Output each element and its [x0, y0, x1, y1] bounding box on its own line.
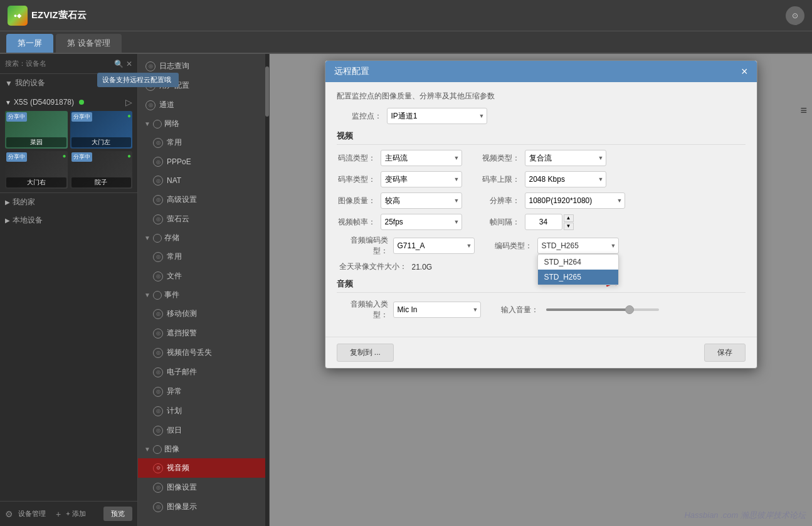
thumb-yuanzi[interactable]: 分享中 院子 ●	[70, 151, 133, 189]
device-header[interactable]: ▼ X5S (D54091878) ▷	[5, 95, 132, 110]
nav-item-image-settings[interactable]: ◎ 图像设置	[138, 478, 265, 497]
nav-icon-id: ◎	[153, 502, 163, 512]
fps-select-wrapper: 25fps ▼	[381, 214, 462, 230]
modal-close-button[interactable]: ×	[741, 66, 748, 77]
nav-item-motion[interactable]: ◎ 移动侦测	[138, 304, 265, 323]
spin-down-button[interactable]: ▼	[564, 223, 574, 230]
nav-icon-exc: ◎	[153, 387, 163, 397]
channel-select[interactable]: IP通道1	[387, 108, 487, 124]
modal-description: 配置监控点的图像质量、分辨率及其他压缩参数	[337, 91, 746, 102]
nav-item-email[interactable]: ◎ 电子邮件	[138, 362, 265, 382]
nav-icon-channel: ◎	[145, 100, 156, 110]
bitrate-type-select[interactable]: 变码率	[381, 171, 462, 187]
thumb-dazuomen-left[interactable]: 分享中 大门左 ●	[70, 111, 133, 149]
nav-item-nat[interactable]: ◎ NAT	[138, 171, 265, 190]
save-button[interactable]: 保存	[704, 344, 746, 362]
collapse-icon-event: ▼	[144, 292, 150, 298]
thumb-dazuomen-right[interactable]: 分享中 大门右 ●	[5, 151, 68, 189]
nav-icon-log: ◎	[145, 61, 156, 71]
dropdown-option-h264[interactable]: STD_H264	[538, 255, 618, 270]
search-clear-icon[interactable]: ✕	[126, 60, 132, 68]
volume-thumb[interactable]	[625, 305, 634, 314]
nav-item-network-common[interactable]: ◎ 常用	[138, 133, 265, 152]
dropdown-option-h265[interactable]: STD_H265	[538, 270, 618, 285]
tab-1[interactable]: 第一屏	[6, 34, 53, 53]
resolution-label: 分辨率：	[481, 196, 525, 206]
online-icon-1: ●	[127, 112, 131, 119]
thumb-label-caiyuan: 菜园	[6, 137, 66, 147]
nav-item-pppoe[interactable]: ◎ PPPoE	[138, 152, 265, 171]
nav-section-event[interactable]: ▼ 事件	[138, 286, 265, 304]
nav-item-plan[interactable]: ◎ 计划	[138, 401, 265, 421]
tab-2[interactable]: 第 设备管理	[56, 34, 122, 53]
thumb-caiyuan[interactable]: 分享中 菜园	[5, 111, 68, 149]
fps-select[interactable]: 25fps	[381, 214, 462, 230]
nav-item-holiday[interactable]: ◎ 假日	[138, 421, 265, 440]
image-quality-select[interactable]: 较高	[381, 192, 462, 209]
logo: ●◆ EZVIZ萤石云	[8, 6, 87, 26]
nav-item-cover[interactable]: ◎ 遮挡报警	[138, 323, 265, 343]
volume-fill	[546, 308, 628, 311]
tab-bar: 第一屏 第 设备管理	[0, 31, 812, 54]
nav-item-file[interactable]: ◎ 文件	[138, 266, 265, 286]
nav-section-network[interactable]: ▼ 网络	[138, 115, 265, 133]
audio-input-select-wrapper: Mic In ▼	[393, 302, 481, 318]
arrow-icon: ▼	[5, 79, 13, 88]
nav-item-video-audio[interactable]: ⚙ 视音频	[138, 458, 265, 478]
bitrate-limit-select-wrapper: 2048 Kbps ▼	[525, 171, 606, 187]
bitrate-limit-group: 码率上限： 2048 Kbps ▼	[481, 171, 606, 187]
search-icon[interactable]: 🔍	[114, 60, 124, 68]
stream-type-label: 码流类型：	[337, 153, 381, 164]
arrow-right-icon-2: ▶	[5, 217, 10, 224]
expand-icon[interactable]: ▷	[125, 97, 132, 107]
nav-item-image-display[interactable]: ◎ 图像显示	[138, 497, 265, 517]
bitrate-type-label: 码率类型：	[337, 174, 381, 185]
online-icon-2: ●	[62, 152, 66, 159]
fps-group: 视频帧率： 25fps ▼	[337, 214, 462, 230]
nav-item-storage-common[interactable]: ◎ 常用	[138, 247, 265, 266]
scrollbar-thumb[interactable]	[265, 66, 269, 117]
audio-input-type-label: 音频输入类型：	[337, 299, 393, 320]
nav-item-ezviz[interactable]: ◎ 萤石云	[138, 209, 265, 229]
nav-section-image[interactable]: ▼ 图像	[138, 440, 265, 458]
nav-icon-pppoe: ◎	[153, 157, 163, 167]
video-type-select[interactable]: 复合流	[525, 150, 606, 166]
search-placeholder: 搜索：设备名	[5, 59, 46, 68]
nav-item-channel[interactable]: ◎ 通道	[138, 95, 265, 115]
nav-item-exception[interactable]: ◎ 异常	[138, 382, 265, 401]
nav-icon-sc: ◎	[153, 252, 163, 262]
encode-type-select-display[interactable]: STD_H265 ▼	[537, 238, 619, 254]
nav-dot-storage	[153, 234, 162, 243]
nav-item-signal-loss[interactable]: ◎ 视频信号丢失	[138, 343, 265, 362]
thumb-label-dazuomen-left: 大门左	[71, 137, 132, 147]
frame-interval-input[interactable]	[525, 214, 562, 230]
online-indicator	[79, 100, 84, 105]
content-area: 远程配置 × 配置监控点的图像质量、分辨率及其他压缩参数 监控点： IP通道1 …	[270, 54, 812, 526]
preview-button[interactable]: 预览	[103, 507, 132, 521]
nav-item-advanced[interactable]: ◎ 高级设置	[138, 190, 265, 209]
thumb-label-dazuomen-right: 大门右	[6, 177, 66, 187]
modal-overlay: 远程配置 × 配置监控点的图像质量、分辨率及其他压缩参数 监控点： IP通道1 …	[270, 54, 812, 526]
spin-up-button[interactable]: ▲	[564, 214, 574, 222]
my-home-label: 我的家	[13, 197, 35, 208]
audio-codec-select[interactable]: G711_A	[393, 238, 475, 254]
encode-type-dropdown: STD_H264 STD_H265	[537, 254, 619, 285]
sidebar-section-my-home[interactable]: ▶ 我的家	[0, 192, 137, 211]
resolution-select[interactable]: 1080P(1920*1080)	[525, 192, 625, 209]
logo-text: EZVIZ萤石云	[31, 9, 87, 21]
audio-input-select[interactable]: Mic In	[393, 302, 481, 318]
input-volume-label: 输入音量：	[500, 305, 544, 315]
video-type-label: 视频类型：	[481, 153, 525, 164]
sidebar-section-local-devices[interactable]: ▶ 本地设备	[0, 211, 137, 229]
add-label[interactable]: + 添加	[66, 509, 85, 518]
copy-to-button[interactable]: 复制到 ...	[337, 344, 394, 362]
bitrate-limit-select[interactable]: 2048 Kbps	[525, 171, 606, 187]
file-size-value: 21.0G	[412, 263, 433, 271]
stream-type-select[interactable]: 主码流	[381, 150, 462, 166]
nav-section-storage[interactable]: ▼ 存储	[138, 229, 265, 247]
video-row-1: 码流类型： 主码流 ▼ 视频类型：	[337, 150, 746, 166]
nav-scrollbar[interactable]	[265, 54, 269, 526]
collapse-icon-network: ▼	[144, 120, 150, 127]
user-icon-btn[interactable]: ⊙	[786, 6, 804, 25]
device-manage-label[interactable]: 设备管理	[18, 509, 46, 518]
